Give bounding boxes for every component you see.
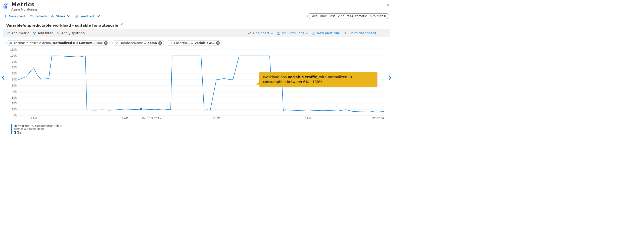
new-alert-button[interactable]: New alert rule — [312, 31, 340, 35]
filter1-val: demo — [148, 41, 157, 45]
filter-pill-database[interactable]: DatabaseName = demo ✕ — [112, 40, 164, 46]
svg-point-8 — [76, 16, 77, 16]
page-title: Metrics — [11, 2, 37, 7]
chart-type-button[interactable]: Line chart — [248, 31, 273, 35]
annotation-callout: Workload has variable traffic, with norm… — [259, 72, 377, 87]
remove-pill-icon[interactable]: ✕ — [216, 41, 220, 45]
drill-logs-label: Drill into Logs — [282, 31, 304, 35]
chevron-right-icon — [388, 75, 391, 80]
metric-pill[interactable]: cosmos-autoscale-demo, Normalized RU Con… — [6, 40, 110, 46]
edit-title-button[interactable] — [120, 23, 124, 27]
new-chart-button[interactable]: New chart — [4, 14, 25, 18]
svg-point-11 — [59, 33, 59, 33]
svg-text:50%: 50% — [12, 84, 17, 87]
new-alert-label: New alert rule — [317, 31, 340, 35]
filter-icon — [33, 31, 36, 35]
share-icon — [51, 14, 54, 18]
metrics-icon — [3, 3, 9, 10]
svg-point-9 — [57, 32, 57, 32]
svg-rect-2 — [6, 6, 7, 8]
chart-type-label: Line chart — [253, 31, 269, 35]
svg-point-3 — [4, 5, 4, 5]
svg-text:30%: 30% — [12, 96, 17, 99]
svg-point-4 — [5, 3, 6, 4]
pencil-icon — [120, 23, 124, 27]
filter2-key: Collectio… = — [174, 41, 194, 45]
svg-text:UTC-07:00: UTC-07:00 — [371, 117, 384, 120]
svg-point-6 — [75, 15, 78, 18]
chevron-down-icon — [271, 32, 273, 34]
svg-text:Oct 13 9:32 AM: Oct 13 9:32 AM — [142, 117, 161, 120]
svg-point-10 — [57, 34, 57, 34]
svg-text:100%: 100% — [10, 54, 17, 57]
svg-text:90%: 90% — [12, 60, 17, 63]
prev-chart-button[interactable] — [2, 75, 5, 82]
callout-bold: variable traffic — [288, 75, 317, 79]
metric-pill-name: Normalized RU Consum… — [53, 41, 96, 45]
chart-legend: Normalized RU Consumption (Max) cosmos-a… — [11, 124, 393, 135]
close-icon[interactable]: ✕ — [386, 3, 390, 8]
legend-series-name: Normalized RU Consumption (Max) — [14, 124, 62, 128]
refresh-label: Refresh — [34, 14, 47, 18]
svg-text:40%: 40% — [12, 90, 17, 93]
logs-icon — [277, 31, 280, 35]
apply-splitting-label: Apply splitting — [61, 31, 85, 35]
add-filter-label: Add filter — [38, 31, 53, 35]
refresh-icon — [29, 14, 33, 18]
svg-point-7 — [75, 16, 76, 16]
time-range-button[interactable]: Local Time: Last 12 hours (Automatic - 5… — [307, 13, 389, 19]
callout-pre: Workload has — [263, 75, 288, 79]
filter-icon — [169, 42, 172, 45]
svg-point-5 — [8, 3, 8, 4]
svg-text:10%: 10% — [12, 108, 17, 111]
svg-rect-0 — [4, 6, 4, 9]
chevron-down-icon — [306, 32, 308, 34]
chevron-down-icon — [67, 14, 70, 18]
filter-icon — [115, 42, 118, 45]
pin-label: Pin to dashboard — [348, 31, 376, 35]
drill-logs-button[interactable]: Drill into Logs — [277, 31, 308, 35]
feedback-label: Feedback — [79, 14, 95, 18]
legend-resource: cosmos-autoscale-demo — [14, 128, 62, 130]
svg-point-47 — [140, 108, 142, 110]
metric-pill-agg: Max — [96, 41, 103, 45]
alert-icon — [312, 31, 315, 35]
remove-pill-icon[interactable]: ✕ — [158, 41, 162, 45]
add-metric-label: Add metric — [11, 31, 29, 35]
chart-title: Variable/unpredictable workload - suitab… — [6, 23, 118, 27]
chevron-down-icon — [97, 14, 100, 18]
svg-text:12 PM: 12 PM — [212, 117, 220, 120]
refresh-button[interactable]: Refresh — [29, 14, 47, 18]
filter1-key: DatabaseName = — [120, 41, 147, 45]
svg-text:6 AM: 6 AM — [30, 117, 37, 120]
feedback-button[interactable]: Feedback — [74, 14, 100, 18]
line-chart-icon — [248, 31, 251, 35]
svg-rect-1 — [5, 5, 6, 8]
legend-bar — [11, 124, 12, 134]
legend-value: 11 — [14, 130, 19, 135]
metric-pill-prefix: cosmos-autoscale-demo, — [14, 41, 53, 45]
filter-pill-collection[interactable]: Collectio… = VariableW… ✕ — [167, 40, 222, 46]
svg-text:0%: 0% — [13, 114, 17, 117]
filter2-val: VariableW… — [195, 41, 215, 45]
plus-icon — [4, 14, 7, 18]
svg-text:70%: 70% — [12, 72, 17, 75]
page-subtitle: Azure Monitoring — [11, 8, 37, 11]
next-chart-button[interactable] — [388, 75, 391, 82]
svg-text:60%: 60% — [12, 78, 17, 81]
add-metric-button[interactable]: Add metric — [6, 31, 29, 35]
svg-text:20%: 20% — [12, 102, 17, 105]
pin-icon — [343, 31, 347, 35]
svg-text:3 PM: 3 PM — [305, 117, 311, 120]
svg-text:80%: 80% — [12, 66, 17, 69]
legend-unit: % — [19, 132, 22, 135]
cosmos-icon — [9, 41, 13, 45]
remove-pill-icon[interactable]: ✕ — [104, 41, 108, 45]
chevron-left-icon — [2, 75, 5, 80]
share-button[interactable]: Share — [51, 14, 70, 18]
smile-icon — [74, 14, 78, 18]
add-filter-button[interactable]: Add filter — [33, 31, 53, 35]
more-button[interactable]: ··· — [380, 31, 387, 35]
pin-button[interactable]: Pin to dashboard — [343, 31, 376, 35]
apply-splitting-button[interactable]: Apply splitting — [56, 31, 85, 35]
